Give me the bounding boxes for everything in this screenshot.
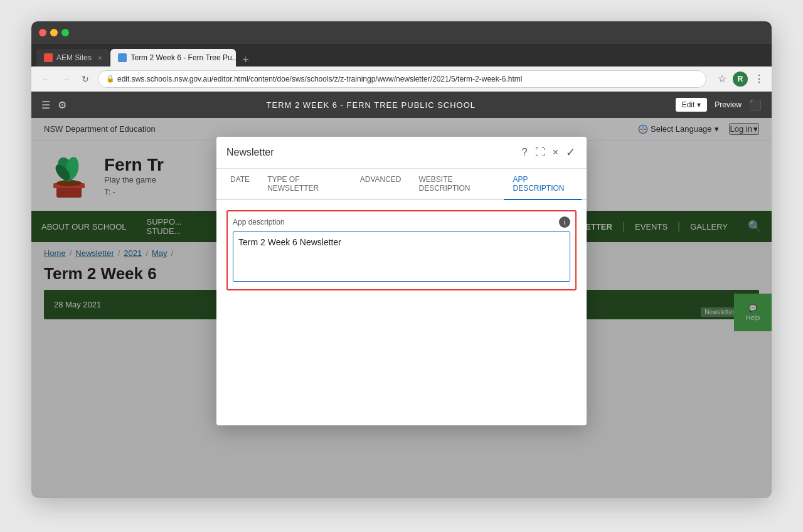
close-traffic-light[interactable]: [39, 29, 46, 36]
tab-app-description[interactable]: APP DESCRIPTION: [504, 169, 582, 200]
more-options-icon[interactable]: ⋮: [754, 73, 764, 85]
lock-icon: 🔒: [106, 75, 115, 83]
form-group: App description i Term 2 Week 6 Newslett…: [226, 210, 577, 290]
sidebar-toggle-icon[interactable]: ☰: [41, 99, 50, 111]
tab-fern-label: Term 2 Week 6 - Fern Tree Pu...: [130, 53, 238, 62]
dialog-close-button[interactable]: ×: [551, 146, 560, 159]
url-text: edit.sws.schools.nsw.gov.au/editor.html/…: [117, 75, 522, 83]
tab-aem-close[interactable]: ×: [98, 54, 102, 61]
edit-chevron-icon: ▾: [697, 100, 701, 109]
tab-fern-close[interactable]: ×: [245, 54, 248, 61]
address-field[interactable]: 🔒 edit.sws.schools.nsw.gov.au/editor.htm…: [98, 70, 706, 88]
tab-type-newsletter[interactable]: TYPE OF NEWSLETTER: [258, 169, 351, 200]
edit-label: Edit: [682, 100, 695, 109]
app-description-input[interactable]: Term 2 Week 6 Newsletter: [233, 231, 570, 282]
cms-settings-icon[interactable]: ⚙: [58, 99, 66, 111]
website-content: NSW Department of Education Select Langu…: [31, 118, 772, 498]
tab-fern[interactable]: Term 2 Week 6 - Fern Tree Pu... ×: [110, 49, 236, 66]
cms-toolbar-title: TERM 2 WEEK 6 - FERN TREE PUBLIC SCHOOL: [72, 100, 671, 110]
dialog-fullscreen-button[interactable]: ⛶: [534, 146, 546, 159]
preview-button[interactable]: Preview: [715, 100, 742, 109]
profile-button[interactable]: R: [733, 72, 748, 87]
edit-button[interactable]: Edit ▾: [676, 98, 708, 112]
dialog-header: Newsletter ? ⛶ × ✓: [216, 137, 587, 169]
dialog-help-button[interactable]: ?: [521, 146, 529, 159]
refresh-button[interactable]: ↻: [79, 73, 92, 85]
tab-aem-label: AEM Sites: [56, 53, 92, 62]
aem-favicon: [44, 53, 53, 62]
address-bar: ← → ↻ 🔒 edit.sws.schools.nsw.gov.au/edit…: [31, 66, 772, 92]
modal-overlay: Newsletter ? ⛶ × ✓ DATE TYPE OF NEWSLETT…: [31, 118, 772, 498]
minimize-traffic-light[interactable]: [50, 29, 58, 36]
bookmark-icon[interactable]: ☆: [718, 73, 726, 85]
tab-website-description[interactable]: WEBSITE DESCRIPTION: [410, 169, 504, 200]
dialog-confirm-button[interactable]: ✓: [565, 144, 577, 161]
browser-window: AEM Sites × Term 2 Week 6 - Fern Tree Pu…: [31, 21, 772, 498]
cms-toolbar: ☰ ⚙ TERM 2 WEEK 6 - FERN TREE PUBLIC SCH…: [31, 92, 772, 118]
title-bar: [31, 21, 772, 44]
forward-button[interactable]: →: [59, 73, 73, 85]
tab-date[interactable]: DATE: [221, 169, 258, 200]
cms-share-icon[interactable]: ⬛: [749, 99, 762, 111]
tab-bar: AEM Sites × Term 2 Week 6 - Fern Tree Pu…: [31, 44, 772, 66]
maximize-traffic-light[interactable]: [61, 29, 69, 36]
fern-favicon: [118, 53, 127, 62]
dialog-tabs: DATE TYPE OF NEWSLETTER ADVANCED WEBSITE…: [216, 169, 587, 200]
form-label-text: App description: [233, 218, 285, 226]
newsletter-dialog: Newsletter ? ⛶ × ✓ DATE TYPE OF NEWSLETT…: [216, 137, 587, 425]
info-icon[interactable]: i: [559, 216, 570, 228]
dialog-title: Newsletter: [226, 147, 521, 158]
back-button[interactable]: ←: [39, 73, 53, 85]
tab-aem[interactable]: AEM Sites ×: [36, 49, 109, 66]
dialog-body: App description i Term 2 Week 6 Newslett…: [216, 200, 587, 301]
tab-advanced[interactable]: ADVANCED: [351, 169, 410, 200]
